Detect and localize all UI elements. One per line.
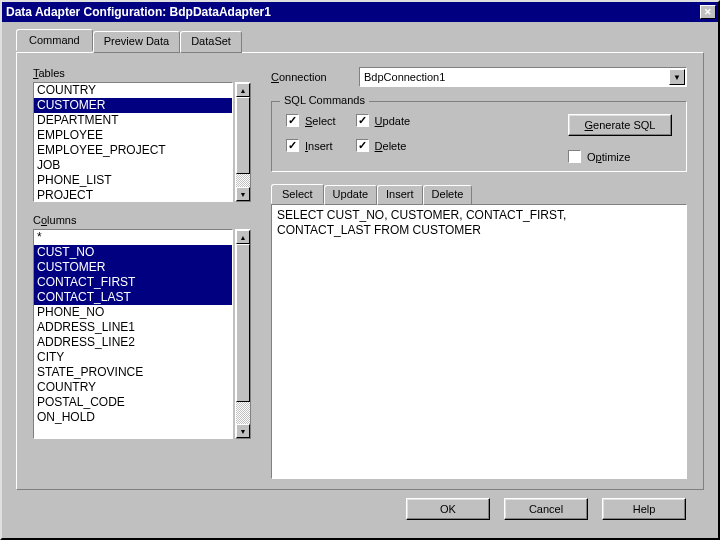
tab-dataset[interactable]: DataSet [180, 31, 242, 53]
sql-tab-delete[interactable]: Delete [423, 185, 473, 205]
tab-preview-data[interactable]: Preview Data [93, 31, 180, 53]
table-row[interactable]: PROJECT [34, 188, 232, 202]
titlebar-buttons: ✕ [700, 5, 716, 19]
connection-row: Connection BdpConnection1 ▼ [271, 67, 687, 87]
checkbox-icon[interactable]: ✓ [356, 114, 369, 127]
column-row[interactable]: ADDRESS_LINE1 [34, 320, 232, 335]
checkbox-icon[interactable]: ✓ [356, 139, 369, 152]
columns-listbox[interactable]: *CUST_NOCUSTOMERCONTACT_FIRSTCONTACT_LAS… [33, 229, 233, 439]
columns-label: Columns [33, 214, 251, 226]
sql-check-col2: ✓ Update ✓ Delete [356, 114, 410, 163]
dialog-body: Command Preview Data DataSet Tables COUN… [2, 22, 718, 538]
sql-tab-insert[interactable]: Insert [377, 185, 423, 205]
close-icon[interactable]: ✕ [700, 5, 716, 19]
column-row[interactable]: CONTACT_LAST [34, 290, 232, 305]
checkbox-icon[interactable]: ✓ [286, 114, 299, 127]
scroll-thumb[interactable] [236, 244, 250, 402]
sql-textarea[interactable]: SELECT CUST_NO, CUSTOMER, CONTACT_FIRST,… [271, 204, 687, 479]
ok-button[interactable]: OK [406, 498, 490, 520]
column-row[interactable]: * [34, 230, 232, 245]
scroll-track[interactable] [236, 97, 250, 187]
checkbox-icon[interactable] [568, 150, 581, 163]
scroll-down-icon[interactable]: ▼ [236, 424, 250, 438]
table-row[interactable]: CUSTOMER [34, 98, 232, 113]
title-text: Data Adapter Configuration: BdpDataAdapt… [6, 5, 271, 19]
table-row[interactable]: DEPARTMENT [34, 113, 232, 128]
footer-buttons: OK Cancel Help [16, 490, 704, 530]
command-panel: Tables COUNTRYCUSTOMERDEPARTMENTEMPLOYEE… [16, 52, 704, 490]
table-row[interactable]: EMPLOYEE_PROJECT [34, 143, 232, 158]
table-row[interactable]: PHONE_LIST [34, 173, 232, 188]
column-row[interactable]: CITY [34, 350, 232, 365]
tables-listbox-wrap: COUNTRYCUSTOMERDEPARTMENTEMPLOYEEEMPLOYE… [33, 82, 251, 202]
dialog-window: Data Adapter Configuration: BdpDataAdapt… [0, 0, 720, 540]
column-row[interactable]: POSTAL_CODE [34, 395, 232, 410]
column-row[interactable]: STATE_PROVINCE [34, 365, 232, 380]
column-row[interactable]: CONTACT_FIRST [34, 275, 232, 290]
connection-value: BdpConnection1 [364, 71, 445, 83]
check-update[interactable]: ✓ Update [356, 114, 410, 127]
tables-scrollbar[interactable]: ▲ ▼ [235, 82, 251, 202]
column-row[interactable]: CUSTOMER [34, 260, 232, 275]
sql-commands-group: SQL Commands ✓ Select ✓ Insert ✓ [271, 101, 687, 172]
tab-command[interactable]: Command [16, 29, 93, 51]
scroll-down-icon[interactable]: ▼ [236, 187, 250, 201]
columns-scrollbar[interactable]: ▲ ▼ [235, 229, 251, 439]
connection-combo[interactable]: BdpConnection1 ▼ [359, 67, 687, 87]
sql-tab-select[interactable]: Select [271, 184, 324, 204]
column-row[interactable]: ON_HOLD [34, 410, 232, 425]
cancel-button[interactable]: Cancel [504, 498, 588, 520]
chevron-down-icon[interactable]: ▼ [669, 69, 685, 85]
scroll-up-icon[interactable]: ▲ [236, 83, 250, 97]
table-row[interactable]: EMPLOYEE [34, 128, 232, 143]
left-column: Tables COUNTRYCUSTOMERDEPARTMENTEMPLOYEE… [33, 67, 251, 479]
table-row[interactable]: JOB [34, 158, 232, 173]
sql-area: SELECT CUST_NO, CUSTOMER, CONTACT_FIRST,… [271, 204, 687, 479]
scroll-up-icon[interactable]: ▲ [236, 230, 250, 244]
connection-label: Connection [271, 71, 351, 83]
scroll-thumb[interactable] [236, 97, 250, 174]
check-delete[interactable]: ✓ Delete [356, 139, 410, 152]
column-row[interactable]: CUST_NO [34, 245, 232, 260]
columns-listbox-wrap: *CUST_NOCUSTOMERCONTACT_FIRSTCONTACT_LAS… [33, 229, 251, 439]
sql-tabstrip: Select Update Insert Delete [271, 185, 687, 205]
checkbox-icon[interactable]: ✓ [286, 139, 299, 152]
titlebar: Data Adapter Configuration: BdpDataAdapt… [2, 2, 718, 22]
column-row[interactable]: PHONE_NO [34, 305, 232, 320]
check-select[interactable]: ✓ Select [286, 114, 336, 127]
right-column: Connection BdpConnection1 ▼ SQL Commands… [271, 67, 687, 479]
help-button[interactable]: Help [602, 498, 686, 520]
column-row[interactable]: ADDRESS_LINE2 [34, 335, 232, 350]
sql-tab-update[interactable]: Update [324, 185, 377, 205]
sql-check-col1: ✓ Select ✓ Insert [286, 114, 336, 163]
table-row[interactable]: COUNTRY [34, 83, 232, 98]
main-tabstrip: Command Preview Data DataSet [16, 31, 704, 53]
sql-commands-title: SQL Commands [280, 94, 369, 106]
tables-listbox[interactable]: COUNTRYCUSTOMERDEPARTMENTEMPLOYEEEMPLOYE… [33, 82, 233, 202]
tables-label: Tables [33, 67, 251, 79]
check-optimize[interactable]: Optimize [568, 150, 630, 163]
group-right-controls: Generate SQL Optimize [568, 114, 672, 163]
scroll-track[interactable] [236, 244, 250, 424]
check-insert[interactable]: ✓ Insert [286, 139, 336, 152]
generate-sql-button[interactable]: Generate SQL [568, 114, 672, 136]
column-row[interactable]: COUNTRY [34, 380, 232, 395]
